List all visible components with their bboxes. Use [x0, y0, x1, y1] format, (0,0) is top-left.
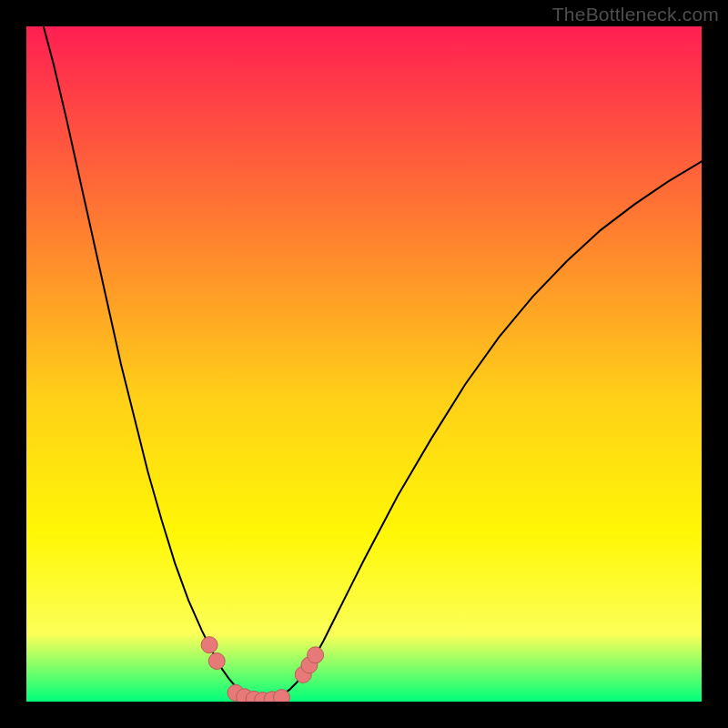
marker-point: [273, 690, 289, 702]
marker-point: [208, 652, 225, 669]
chart-svg: [26, 26, 702, 702]
marker-point: [201, 637, 217, 653]
gradient-background: [26, 26, 702, 702]
chart-frame: TheBottleneck.com: [0, 0, 728, 728]
watermark-text: TheBottleneck.com: [552, 4, 719, 25]
marker-point: [308, 647, 324, 663]
plot-area: [26, 26, 702, 702]
